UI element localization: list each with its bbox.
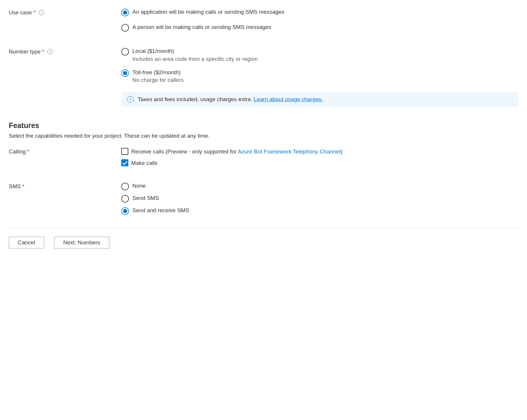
number-type-tollfree-radio[interactable]: Toll-free ($2/month) No charge for calle… — [121, 69, 518, 84]
use-case-label-group: Use case * i — [9, 8, 121, 16]
sms-send-label: Send SMS — [132, 194, 159, 202]
sms-label-group: SMS * — [9, 182, 121, 190]
required-asterisk: * — [33, 9, 35, 16]
features-description: Select the capabilities needed for your … — [9, 133, 518, 139]
number-type-tollfree-title: Toll-free ($2/month) — [132, 69, 184, 77]
number-type-local-radio[interactable]: Local ($1/month) Includes an area code f… — [121, 47, 518, 62]
sms-label: SMS — [9, 183, 21, 190]
number-type-local-desc: Includes an area code from a specific ci… — [132, 56, 258, 62]
sms-send-receive-radio[interactable]: Send and receive SMS — [121, 207, 518, 215]
learn-usage-charges-link[interactable]: Learn about usage charges. — [254, 96, 323, 102]
info-icon: i — [127, 96, 134, 103]
use-case-person-radio[interactable]: A person will be making calls or sending… — [121, 23, 518, 32]
features-heading: Features — [9, 121, 518, 130]
radio-circle-selected-icon — [121, 9, 129, 16]
info-icon[interactable]: i — [47, 49, 53, 54]
sms-send-radio[interactable]: Send SMS — [121, 194, 518, 203]
sms-send-receive-label: Send and receive SMS — [132, 207, 189, 215]
cancel-button[interactable]: Cancel — [9, 237, 44, 248]
use-case-application-label: An application will be making calls or s… — [132, 8, 284, 16]
callout-text-body: Taxes and fees included, usage charges e… — [138, 96, 254, 102]
use-case-label: Use case — [9, 9, 32, 16]
receive-calls-label: Receive calls (Preview - only supported … — [131, 148, 342, 156]
make-calls-checkbox[interactable]: Make calls — [121, 159, 518, 167]
number-type-local-title: Local ($1/month) — [132, 47, 258, 55]
callout-text: Taxes and fees included, usage charges e… — [138, 96, 323, 103]
radio-circle-icon — [121, 48, 129, 56]
receive-calls-suffix: ) — [341, 148, 342, 155]
info-icon[interactable]: i — [39, 10, 44, 15]
radio-circle-icon — [121, 183, 129, 190]
checkbox-checked-icon — [121, 159, 128, 166]
next-numbers-button[interactable]: Next: Numbers — [54, 237, 109, 248]
use-case-person-label: A person will be making calls or sending… — [132, 23, 271, 31]
calling-label-group: Calling * — [9, 148, 121, 155]
required-asterisk: * — [27, 148, 29, 155]
footer: Cancel Next: Numbers — [9, 228, 518, 248]
make-calls-label: Make calls — [131, 159, 158, 167]
sms-none-label: None — [132, 182, 146, 190]
required-asterisk: * — [42, 49, 44, 55]
number-type-label: Number type — [9, 49, 41, 55]
radio-circle-selected-icon — [121, 69, 129, 77]
number-type-label-group: Number type * i — [9, 47, 121, 55]
use-case-application-radio[interactable]: An application will be making calls or s… — [121, 8, 518, 16]
calling-label: Calling — [9, 148, 26, 155]
receive-calls-prefix: Receive calls (Preview - only supported … — [131, 148, 238, 155]
receive-calls-checkbox[interactable]: Receive calls (Preview - only supported … — [121, 148, 518, 156]
azure-bot-framework-link[interactable]: Azure Bot Framework Telephony Channel — [238, 148, 340, 155]
usage-charges-callout: i Taxes and fees included, usage charges… — [121, 92, 518, 107]
required-asterisk: * — [22, 183, 24, 190]
number-type-tollfree-desc: No charge for callers — [132, 77, 184, 83]
radio-circle-icon — [121, 24, 129, 32]
radio-circle-selected-icon — [121, 207, 129, 215]
radio-circle-icon — [121, 195, 129, 203]
sms-none-radio[interactable]: None — [121, 182, 518, 190]
checkbox-unchecked-icon — [121, 148, 128, 155]
